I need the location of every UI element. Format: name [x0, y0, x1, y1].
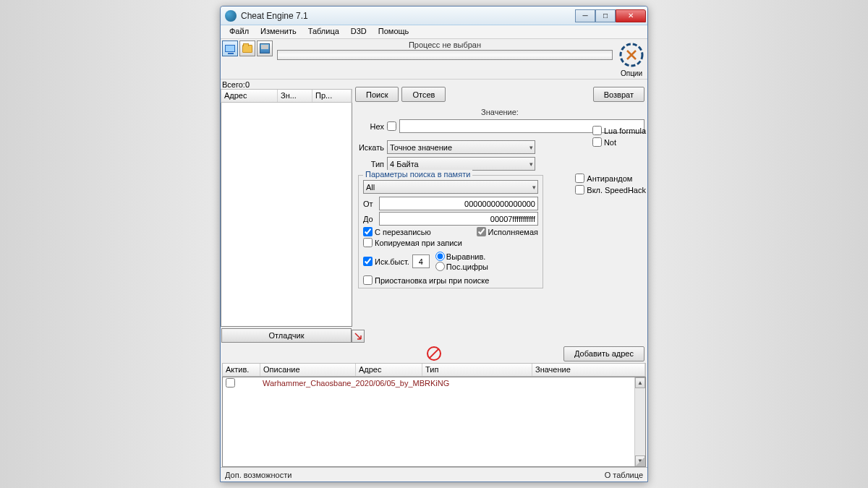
- col-type[interactable]: Тип: [422, 364, 532, 376]
- writable-checkbox[interactable]: С перезаписью: [363, 227, 431, 236]
- value-label: Значение:: [481, 108, 519, 116]
- hex-label: Hex: [355, 122, 384, 131]
- menu-help[interactable]: Помощь: [373, 25, 415, 38]
- col-description[interactable]: Описание: [260, 364, 356, 376]
- value-type-combo[interactable]: 4 Байта: [387, 157, 535, 171]
- debugger-button[interactable]: Отладчик: [221, 328, 352, 343]
- fastscan-value-input[interactable]: [412, 254, 430, 268]
- to-input[interactable]: [379, 212, 538, 226]
- from-input[interactable]: [379, 197, 538, 210]
- lastdigits-radio[interactable]: Пос.цифры: [435, 262, 488, 271]
- row-description[interactable]: Warhammer_Chaosbane_2020/06/05_by_MBRKiN…: [263, 379, 449, 388]
- open-button[interactable]: [239, 40, 255, 56]
- col-value2[interactable]: Значение: [532, 364, 645, 376]
- col-active[interactable]: Актив.: [223, 364, 260, 376]
- add-to-list-button[interactable]: [352, 330, 365, 343]
- next-scan-button[interactable]: Отсев: [401, 87, 446, 102]
- main-window: Cheat Engine 7.1 ─ □ ✕ Файл Изменить Таб…: [220, 6, 648, 482]
- value-type-label: Тип: [355, 160, 384, 168]
- status-bar: Доп. возможности О таблице: [221, 467, 647, 481]
- maximize-button[interactable]: □: [595, 9, 616, 22]
- first-scan-button[interactable]: Поиск: [355, 87, 399, 102]
- memory-scan-options-group: Параметры поиска в памяти All От До С пе…: [358, 175, 543, 288]
- scan-type-combo[interactable]: Точное значение: [387, 140, 535, 154]
- found-list[interactable]: [221, 103, 352, 327]
- minimize-button[interactable]: ─: [575, 9, 595, 22]
- hex-checkbox[interactable]: [387, 121, 396, 131]
- scroll-up-icon[interactable]: ▲: [635, 377, 645, 388]
- resize-grip-icon[interactable]: [635, 456, 645, 466]
- col-address2[interactable]: Адрес: [356, 364, 422, 376]
- antirandom-checkbox[interactable]: Антирандом: [575, 174, 646, 183]
- menu-table[interactable]: Таблица: [302, 25, 345, 38]
- titlebar[interactable]: Cheat Engine 7.1 ─ □ ✕: [221, 7, 647, 25]
- app-icon: [225, 10, 237, 22]
- group-title: Параметры поиска в памяти: [363, 170, 472, 179]
- table-row[interactable]: Warhammer_Chaosbane_2020/06/05_by_MBRKiN…: [223, 377, 645, 388]
- memory-view-icon[interactable]: [427, 346, 441, 361]
- fastscan-checkbox[interactable]: Иск.быст.: [363, 257, 409, 266]
- col-value[interactable]: Зн...: [278, 90, 312, 102]
- close-button[interactable]: ✕: [616, 9, 646, 22]
- scan-type-label: Искать: [355, 143, 384, 152]
- address-table[interactable]: Warhammer_Chaosbane_2020/06/05_by_MBRKiN…: [222, 377, 646, 467]
- pause-game-checkbox[interactable]: Приостановка игры при поиске: [363, 275, 538, 285]
- executable-checkbox[interactable]: Исполняемая: [477, 227, 538, 236]
- not-checkbox[interactable]: Not: [592, 137, 646, 147]
- col-address[interactable]: Адрес: [221, 90, 278, 102]
- menu-edit[interactable]: Изменить: [255, 25, 302, 38]
- cheatengine-logo-icon[interactable]: [617, 40, 646, 69]
- progress-bar: [277, 50, 613, 60]
- floppy-icon: [260, 43, 270, 53]
- lua-formula-checkbox[interactable]: Lua formula: [592, 126, 646, 135]
- to-label: До: [363, 215, 376, 223]
- from-label: От: [363, 200, 376, 208]
- total-label: Всего:0: [221, 80, 352, 89]
- found-list-header[interactable]: Адрес Зн... Пр...: [221, 89, 352, 103]
- memory-region-combo[interactable]: All: [363, 180, 538, 194]
- status-right[interactable]: О таблице: [605, 471, 643, 479]
- undo-scan-button[interactable]: Возврат: [593, 87, 644, 102]
- options-label[interactable]: Опции: [621, 69, 642, 77]
- add-address-button[interactable]: Добавить адрес: [563, 346, 644, 361]
- copyonwrite-checkbox[interactable]: Копируемая при записи: [363, 238, 538, 247]
- row-active-checkbox[interactable]: [226, 378, 235, 388]
- window-title: Cheat Engine 7.1: [241, 11, 575, 21]
- col-prev[interactable]: Пр...: [312, 90, 352, 102]
- menu-d3d[interactable]: D3D: [345, 25, 373, 38]
- select-process-button[interactable]: [222, 40, 238, 56]
- address-table-header[interactable]: Актив. Описание Адрес Тип Значение: [222, 363, 646, 377]
- monitor-icon: [225, 45, 235, 52]
- speedhack-checkbox[interactable]: Вкл. SpeedHack: [575, 185, 646, 194]
- scrollbar[interactable]: ▲ ▼: [634, 377, 645, 466]
- menu-bar: Файл Изменить Таблица D3D Помощь: [221, 25, 647, 39]
- process-label: Процесс не выбран: [277, 40, 613, 49]
- alignment-radio[interactable]: Выравнив.: [435, 252, 488, 261]
- save-button[interactable]: [257, 40, 273, 56]
- folder-icon: [242, 45, 252, 53]
- status-left[interactable]: Доп. возможности: [225, 471, 292, 479]
- menu-file[interactable]: Файл: [224, 25, 255, 38]
